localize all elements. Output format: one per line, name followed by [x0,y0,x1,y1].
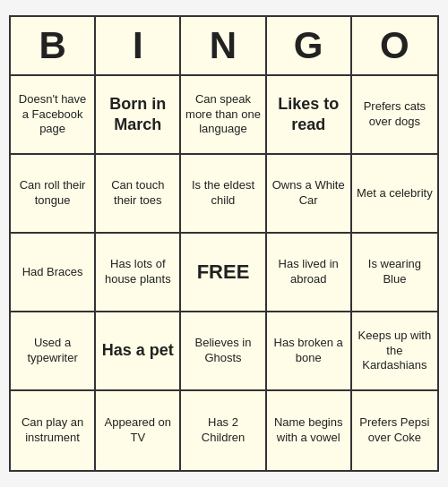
bingo-cell-17[interactable]: Believes in Ghosts [181,312,266,391]
bingo-cell-19[interactable]: Keeps up with the Kardashians [352,312,437,391]
bingo-cell-20[interactable]: Can play an instrument [11,391,96,470]
bingo-cell-18[interactable]: Has broken a bone [267,312,352,391]
bingo-cell-23[interactable]: Name begins with a vowel [267,391,352,470]
bingo-card: BINGO Doesn't have a Facebook pageBorn i… [9,15,439,472]
bingo-cell-16[interactable]: Has a pet [96,312,181,391]
bingo-letter-b: B [11,17,96,74]
bingo-cell-14[interactable]: Is wearing Blue [352,234,437,312]
bingo-cell-10[interactable]: Had Braces [11,234,96,312]
bingo-cell-4[interactable]: Prefers cats over dogs [352,76,437,155]
bingo-cell-8[interactable]: Owns a White Car [267,155,352,234]
bingo-cell-12[interactable]: FREE [181,234,266,312]
bingo-letter-g: G [267,17,352,74]
bingo-grid: Doesn't have a Facebook pageBorn in Marc… [11,76,437,470]
bingo-letter-o: O [352,17,437,74]
bingo-cell-6[interactable]: Can touch their toes [96,155,181,234]
bingo-cell-3[interactable]: Likes to read [267,76,352,155]
bingo-cell-24[interactable]: Prefers Pepsi over Coke [352,391,437,470]
bingo-cell-7[interactable]: Is the eldest child [181,155,266,234]
bingo-cell-22[interactable]: Has 2 Children [181,391,266,470]
bingo-cell-9[interactable]: Met a celebrity [352,155,437,234]
bingo-cell-1[interactable]: Born in March [96,76,181,155]
bingo-cell-0[interactable]: Doesn't have a Facebook page [11,76,96,155]
bingo-cell-15[interactable]: Used a typewriter [11,312,96,391]
bingo-header: BINGO [11,17,437,76]
bingo-letter-n: N [181,17,266,74]
bingo-cell-11[interactable]: Has lots of house plants [96,234,181,312]
bingo-cell-13[interactable]: Has lived in abroad [267,234,352,312]
bingo-cell-5[interactable]: Can roll their tongue [11,155,96,234]
bingo-cell-21[interactable]: Appeared on TV [96,391,181,470]
bingo-letter-i: I [96,17,181,74]
bingo-cell-2[interactable]: Can speak more than one language [181,76,266,155]
